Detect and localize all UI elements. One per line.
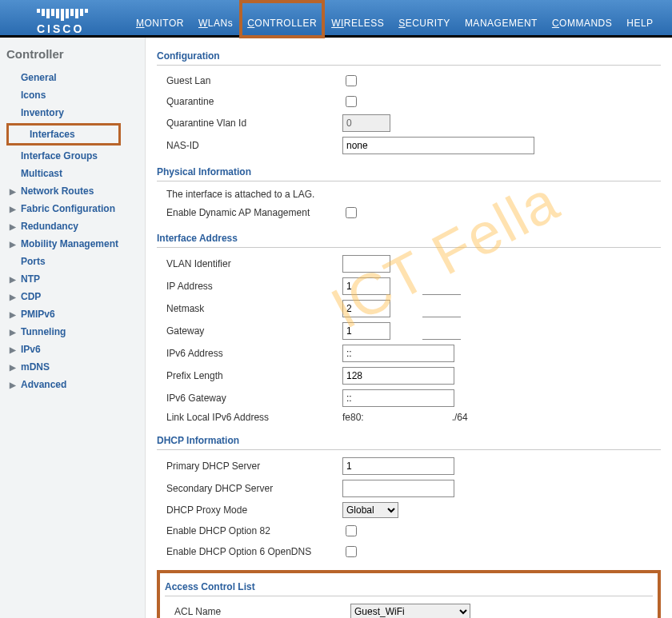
primary-dhcp-input[interactable] xyxy=(342,457,454,475)
dhcp-opt6-checkbox[interactable] xyxy=(346,546,357,557)
linklocal-value-b: ./64 xyxy=(452,412,468,423)
expand-arrow-icon: ▶ xyxy=(10,187,18,196)
top-navbar: CISCO MONITORWLANsCONTROLLERWIRELESSSECU… xyxy=(0,0,672,38)
ipv6-address-input[interactable] xyxy=(342,345,454,362)
topnav-highlight-box xyxy=(239,0,325,38)
expand-arrow-icon: ▶ xyxy=(10,381,18,389)
topnav-item[interactable]: SECURITY xyxy=(398,18,450,29)
sidebar-item-label: Fabric Configuration xyxy=(21,203,115,214)
sidebar-item-label: Advanced xyxy=(21,379,66,390)
sidebar-item[interactable]: ▶Redundancy xyxy=(0,217,145,235)
ip-address-input-b[interactable] xyxy=(422,278,461,295)
sidebar-item-label: mDNS xyxy=(21,361,50,373)
sidebar-item[interactable]: ▶PMIPv6 xyxy=(0,305,145,323)
sidebar-item-label: Tunneling xyxy=(21,326,66,337)
gateway-label: Gateway xyxy=(157,325,342,337)
topnav-item[interactable]: WLANs xyxy=(198,18,233,29)
topnav-item[interactable]: MANAGEMENT xyxy=(465,18,538,29)
section-dhcp: DHCP Information xyxy=(157,430,661,450)
section-interface-address: Interface Address xyxy=(157,228,661,248)
sidebar-item-label: Interfaces xyxy=(30,129,75,140)
expand-arrow-icon: ▶ xyxy=(10,222,18,231)
section-configuration: Configuration xyxy=(157,46,661,66)
quarantine-vlan-input xyxy=(342,114,390,132)
expand-arrow-icon: ▶ xyxy=(10,205,18,213)
sidebar-item[interactable]: ▶Multicast xyxy=(0,165,145,182)
dhcp-opt82-label: Enable DHCP Option 82 xyxy=(157,525,342,536)
sidebar-item[interactable]: ▶Mobility Management xyxy=(0,235,145,253)
sidebar-item[interactable]: ▶Ports xyxy=(0,253,145,270)
expand-arrow-icon: ▶ xyxy=(10,345,18,354)
topnav-item[interactable]: COMMANDS xyxy=(552,18,612,29)
nas-id-label: NAS-ID xyxy=(157,140,342,151)
vlan-id-input[interactable] xyxy=(342,255,390,273)
sidebar-item[interactable]: ▶mDNS xyxy=(0,358,145,376)
vlan-id-label: VLAN Identifier xyxy=(157,258,342,269)
sidebar-item-label: Network Routes xyxy=(21,185,94,197)
sidebar-item[interactable]: ▶Interface Groups xyxy=(0,147,145,165)
topnav-item[interactable]: MONITOR xyxy=(136,18,184,29)
nas-id-input[interactable] xyxy=(342,137,534,154)
sidebar-item[interactable]: ▶Icons xyxy=(0,86,145,104)
ip-address-input-a[interactable] xyxy=(342,277,390,295)
netmask-label: Netmask xyxy=(157,303,342,314)
dhcp-proxy-label: DHCP Proxy Mode xyxy=(157,504,342,516)
quarantine-checkbox[interactable] xyxy=(346,96,357,107)
topnav-item[interactable]: WIRELESS xyxy=(331,18,384,29)
sidebar-item[interactable]: ▶Tunneling xyxy=(0,323,145,341)
sidebar-item[interactable]: ▶General xyxy=(0,69,145,86)
sidebar-item-label: Redundancy xyxy=(21,221,78,232)
sidebar-item[interactable]: ▶NTP xyxy=(0,270,145,288)
quarantine-vlan-label: Quarantine Vlan Id xyxy=(157,118,342,129)
section-acl: Access Control List xyxy=(165,576,653,596)
gateway-input-a[interactable] xyxy=(342,322,390,340)
sidebar-item-label: Inventory xyxy=(21,107,64,118)
sidebar-item-label: Interface Groups xyxy=(21,150,98,161)
acl-name-select[interactable]: Guest_WiFi xyxy=(350,604,470,618)
acl-name-label: ACL Name xyxy=(165,606,350,617)
ip-address-label: IP Address xyxy=(157,281,342,292)
prefix-length-input[interactable] xyxy=(342,367,454,385)
secondary-dhcp-input[interactable] xyxy=(342,480,454,497)
sidebar-title: Controller xyxy=(0,44,145,69)
dhcp-proxy-select[interactable]: Global xyxy=(342,502,398,518)
expand-arrow-icon: ▶ xyxy=(10,310,18,319)
expand-arrow-icon: ▶ xyxy=(10,293,18,301)
expand-arrow-icon: ▶ xyxy=(10,275,18,284)
content-pane: ICT Fella Configuration Guest Lan Quaran… xyxy=(146,38,672,618)
prefix-length-label: Prefix Length xyxy=(157,370,342,381)
secondary-dhcp-label: Secondary DHCP Server xyxy=(157,483,342,494)
linklocal-label: Link Local IPv6 Address xyxy=(157,412,342,423)
sidebar-item-label: NTP xyxy=(21,273,40,285)
dyn-ap-label: Enable Dynamic AP Management xyxy=(157,207,342,218)
brand-text: CISCO xyxy=(37,22,136,35)
sidebar-item[interactable]: ▶CDP xyxy=(0,288,145,305)
dhcp-opt82-checkbox[interactable] xyxy=(346,525,357,536)
expand-arrow-icon: ▶ xyxy=(10,363,18,372)
sidebar-item[interactable]: ▶Interfaces xyxy=(6,123,121,146)
sidebar-item[interactable]: ▶Fabric Configuration xyxy=(0,200,145,217)
sidebar-item[interactable]: ▶Network Routes xyxy=(0,182,145,200)
sidebar-item[interactable]: ▶Inventory xyxy=(0,104,145,122)
primary-dhcp-label: Primary DHCP Server xyxy=(157,461,342,472)
sidebar-item[interactable]: ▶Advanced xyxy=(0,376,145,393)
netmask-input-b[interactable] xyxy=(422,301,461,317)
sidebar-item-label: Mobility Management xyxy=(21,238,118,249)
ipv6-gateway-input[interactable] xyxy=(342,389,454,407)
expand-arrow-icon: ▶ xyxy=(10,240,18,249)
ipv6-gateway-label: IPv6 Gateway xyxy=(157,393,342,404)
sidebar-item-label: Icons xyxy=(21,90,46,101)
topnav-item[interactable]: HELP xyxy=(626,18,653,29)
quarantine-label: Quarantine xyxy=(157,96,342,107)
sidebar-item[interactable]: ▶IPv6 xyxy=(0,341,145,358)
expand-arrow-icon: ▶ xyxy=(10,328,18,337)
sidebar-item-label: PMIPv6 xyxy=(21,309,55,320)
dhcp-opt6-label: Enable DHCP Option 6 OpenDNS xyxy=(157,546,342,557)
cisco-logo: CISCO xyxy=(0,9,136,35)
sidebar-item-label: IPv6 xyxy=(21,344,41,355)
netmask-input-a[interactable] xyxy=(342,300,390,317)
gateway-input-b[interactable] xyxy=(422,323,461,340)
guest-lan-checkbox[interactable] xyxy=(346,75,357,86)
dyn-ap-checkbox[interactable] xyxy=(346,207,357,218)
sidebar-item-label: Ports xyxy=(21,256,46,267)
